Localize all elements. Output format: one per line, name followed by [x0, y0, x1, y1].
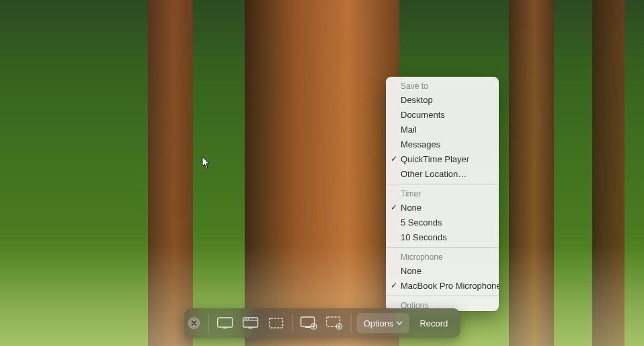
screen-window-icon	[243, 317, 259, 329]
svg-point-5	[246, 318, 247, 320]
menu-item-timer-10s[interactable]: 10 Seconds	[386, 230, 499, 244]
menu-item-label: QuickTime Player	[401, 154, 469, 164]
menu-item-save-other[interactable]: Other Location…	[386, 166, 499, 181]
menu-item-save-mail[interactable]: Mail	[386, 122, 499, 137]
svg-rect-0	[218, 318, 233, 327]
menu-item-label: Desktop	[401, 95, 433, 105]
capture-portion-button[interactable]	[266, 313, 287, 333]
capture-window-button[interactable]	[240, 313, 261, 333]
menu-item-label: Messages	[401, 139, 440, 149]
menu-header-save-to: Save to	[386, 79, 499, 92]
record-portion-button[interactable]	[324, 313, 346, 333]
svg-rect-9	[301, 317, 315, 326]
record-entire-screen-button[interactable]	[298, 313, 320, 333]
record-portion-icon	[326, 316, 344, 330]
menu-item-save-quicktime[interactable]: ✓ QuickTime Player	[386, 151, 499, 166]
record-button-label: Record	[419, 318, 448, 328]
menu-header-microphone: Microphone	[386, 250, 499, 263]
checkmark-icon: ✓	[391, 153, 397, 165]
svg-point-15	[338, 325, 341, 328]
menu-item-label: None	[401, 266, 421, 276]
svg-rect-1	[223, 328, 227, 329]
chevron-down-icon	[396, 321, 402, 325]
toolbar-separator	[208, 314, 209, 332]
menu-item-save-messages[interactable]: Messages	[386, 137, 499, 151]
svg-point-4	[245, 318, 246, 320]
record-full-icon	[300, 316, 318, 330]
menu-item-timer-none[interactable]: ✓ None	[386, 200, 499, 215]
screen-portion-icon	[268, 317, 284, 329]
menu-separator	[386, 296, 499, 296]
menu-item-label: Documents	[401, 110, 445, 120]
menu-item-mic-macbook[interactable]: ✓ MacBook Pro Microphone	[386, 278, 499, 293]
menu-item-label: None	[401, 203, 421, 213]
close-button[interactable]	[188, 317, 200, 329]
toolbar-separator	[351, 314, 352, 332]
options-button-label: Options	[364, 318, 394, 328]
svg-rect-8	[270, 318, 283, 328]
svg-rect-10	[305, 327, 311, 328]
toolbar-separator	[292, 314, 293, 332]
svg-point-6	[248, 318, 249, 320]
svg-point-12	[313, 325, 315, 328]
menu-separator	[386, 184, 499, 184]
menu-item-save-documents[interactable]: Documents	[386, 107, 499, 122]
menu-item-mic-none[interactable]: None	[386, 263, 499, 278]
checkmark-icon: ✓	[391, 280, 397, 291]
options-button[interactable]: Options	[357, 313, 409, 333]
menu-item-timer-5s[interactable]: 5 Seconds	[386, 215, 499, 230]
svg-rect-7	[249, 328, 253, 329]
checkmark-icon: ✓	[391, 202, 397, 213]
svg-rect-13	[327, 317, 340, 326]
menu-item-label: Mail	[401, 125, 417, 135]
close-icon	[191, 320, 198, 326]
screen-full-icon	[217, 317, 233, 329]
screenshot-toolbar: Options Record	[184, 308, 460, 338]
menu-separator	[386, 247, 499, 248]
menu-item-label: 10 Seconds	[401, 232, 447, 242]
menu-header-timer: Timer	[386, 187, 499, 200]
menu-item-label: Other Location…	[401, 169, 467, 179]
menu-item-label: MacBook Pro Microphone	[401, 281, 499, 291]
menu-item-save-desktop[interactable]: Desktop	[386, 92, 499, 107]
desktop-wallpaper	[0, 0, 644, 346]
capture-entire-screen-button[interactable]	[214, 313, 236, 333]
options-menu: Save to Desktop Documents Mail Messages …	[386, 77, 499, 311]
record-button[interactable]: Record	[413, 313, 454, 333]
menu-item-label: 5 Seconds	[401, 217, 442, 228]
